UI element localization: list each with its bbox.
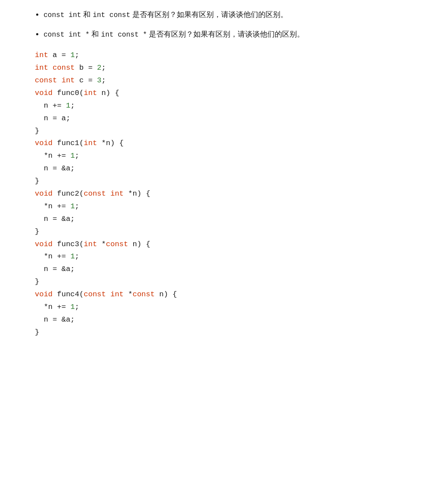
code-line-12: void func2(const int *n) { — [35, 188, 431, 200]
code-line-15: } — [35, 226, 431, 238]
code-line-3: const int c = 3; — [35, 75, 431, 87]
kw-int-2: int — [35, 64, 48, 72]
kw-void-20: void — [35, 290, 53, 298]
code-int-const-ptr: int const * — [101, 31, 147, 39]
code-block: int a = 1; int const b = 2; const int c … — [17, 49, 431, 339]
bullet-item-2: const int * 和 int const * 是否有区别？如果有区别，请谈… — [44, 28, 431, 41]
code-line-18: n = &a; — [35, 263, 431, 276]
kw-int-3: int — [61, 76, 75, 85]
kw-const-3: const — [35, 76, 57, 85]
kw-void-16: void — [35, 240, 53, 248]
kw-const-20b: const — [132, 290, 155, 298]
kw-int-12: int — [110, 190, 124, 198]
code-line-17: *n += 1; — [35, 251, 431, 263]
kw-const-20a: const — [84, 290, 106, 298]
bullet-item-1: const int 和 int const 是否有区别？如果有区别，请谈谈他们的… — [44, 9, 431, 21]
bullet-text-1b: 是否有区别？如果有区别，请谈谈他们的区别。 — [132, 10, 288, 19]
kw-const-16: const — [106, 240, 128, 248]
kw-const-12: const — [84, 190, 106, 198]
code-line-4: void func0(int n) { — [35, 87, 431, 100]
code-line-6: n = a; — [35, 112, 431, 125]
kw-int-4: int — [84, 89, 97, 97]
kw-int-1: int — [35, 51, 48, 59]
code-line-23: } — [35, 326, 431, 339]
code-const-int-ptr: const int * — [44, 31, 90, 39]
code-line-22: n = &a; — [35, 314, 431, 326]
code-line-9: *n += 1; — [35, 150, 431, 163]
code-line-7: } — [35, 125, 431, 138]
code-line-20: void func4(const int *const n) { — [35, 288, 431, 301]
kw-void-12: void — [35, 190, 53, 198]
kw-int-16: int — [84, 240, 97, 248]
code-line-2: int const b = 2; — [35, 62, 431, 75]
kw-void-4: void — [35, 89, 53, 97]
bullet-text-2a: 和 — [91, 30, 101, 38]
code-int-const: int const — [93, 11, 130, 19]
code-line-11: } — [35, 175, 431, 188]
code-line-16: void func3(int *const n) { — [35, 238, 431, 251]
code-line-10: n = &a; — [35, 163, 431, 175]
bullet-text-2b: 是否有区别？如果有区别，请谈谈他们的区别。 — [149, 30, 304, 38]
code-const-int: const int — [44, 11, 81, 19]
code-line-8: void func1(int *n) { — [35, 137, 431, 150]
code-line-13: *n += 1; — [35, 200, 431, 213]
code-line-14: n = &a; — [35, 213, 431, 226]
code-line-19: } — [35, 276, 431, 288]
bullet-text-1a: 和 — [83, 10, 93, 19]
code-line-1: int a = 1; — [35, 49, 431, 62]
kw-void-8: void — [35, 139, 53, 147]
bullet-list: const int 和 int const 是否有区别？如果有区别，请谈谈他们的… — [17, 9, 431, 41]
kw-int-20: int — [110, 290, 124, 298]
kw-int-8: int — [84, 139, 97, 147]
code-line-5: n += 1; — [35, 100, 431, 112]
code-line-21: *n += 1; — [35, 301, 431, 314]
kw-const-2: const — [53, 64, 75, 72]
